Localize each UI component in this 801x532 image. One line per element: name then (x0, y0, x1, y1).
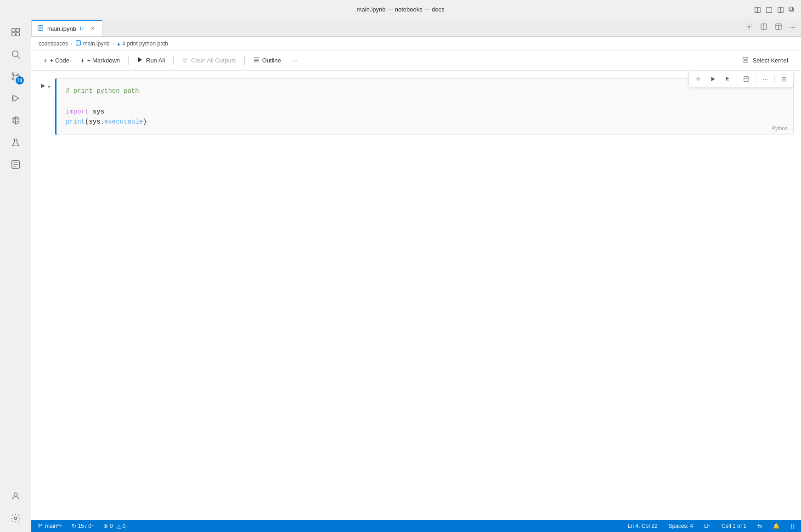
run-chevron-icon[interactable]: ▾ (48, 84, 51, 90)
sidebar-item-run-debug[interactable] (6, 88, 26, 108)
svg-line-5 (17, 56, 20, 58)
select-kernel-label: Select Kernel (753, 57, 788, 64)
outline-label: Outline (262, 57, 281, 64)
execute-above-button[interactable] (692, 73, 705, 85)
outline-icon (253, 57, 259, 64)
tab-close-button[interactable]: × (89, 25, 96, 32)
sidebar-item-notebook-explorer[interactable] (6, 154, 26, 175)
error-count: 0 (110, 523, 113, 529)
code-line-blank (66, 96, 784, 106)
status-remote[interactable]: ⇆ (755, 520, 765, 532)
branch-label: main*+ (45, 523, 62, 529)
add-markdown-icon: + (80, 57, 85, 64)
titlebar: main.ipynb — notebooks — docs ◫ ◫ ◫ ⧉ (0, 0, 801, 18)
breadcrumb-codespaces[interactable]: codespaces (39, 40, 68, 47)
run-all-button[interactable]: Run All (132, 54, 169, 67)
execute-cell-button[interactable] (706, 73, 719, 85)
clear-all-outputs-label: Clear All Outputs (191, 57, 236, 64)
breadcrumb-notebook-icon (75, 40, 81, 47)
clear-all-outputs-button[interactable]: Clear All Outputs (177, 54, 241, 67)
status-right: Ln 4, Col 22 Spaces: 4 LF Cell 1 of 1 ⇆ … (625, 520, 797, 532)
breadcrumb-sep-1: › (71, 41, 73, 46)
select-kernel-button[interactable]: Select Kernel (736, 54, 794, 67)
select-kernel-icon (742, 56, 749, 65)
layout-icon-3[interactable]: ◫ (777, 5, 784, 14)
status-encoding[interactable]: LF (701, 520, 713, 532)
status-sync[interactable]: ↻ 15↓ 0↑ (69, 520, 97, 532)
svg-point-7 (12, 78, 14, 80)
tab-bar-actions: ··· (744, 18, 797, 36)
code-fn-print: print (66, 118, 85, 125)
svg-point-19 (14, 493, 17, 496)
status-spaces[interactable]: Spaces: 4 (666, 520, 696, 532)
toggle-cell-output-button[interactable] (740, 73, 753, 85)
add-code-icon: + (43, 57, 47, 64)
breadcrumb-cell-label[interactable]: ⬧ # print python path (117, 40, 168, 47)
sidebar-item-source-control[interactable]: 73 (6, 66, 26, 86)
code-paren-open: (sys. (85, 118, 104, 125)
code-normal-sys: sys (89, 108, 104, 115)
execute-cell-below-button[interactable] (721, 73, 734, 85)
tab-bar: main.ipynb U × (31, 18, 801, 37)
run-cell-button[interactable]: ▾ (39, 82, 51, 92)
more-actions-icon[interactable]: ··· (788, 22, 797, 34)
breadcrumb-cell-text: # print python path (122, 40, 168, 47)
sidebar-item-account[interactable] (6, 486, 26, 506)
status-branch[interactable]: main*+ (35, 520, 65, 532)
editor-area: main.ipynb U × (31, 18, 801, 532)
svg-rect-51 (744, 77, 749, 82)
code-cell[interactable]: # print python path import sys print(sys… (55, 78, 794, 135)
status-bracket[interactable]: {} (788, 520, 797, 532)
sidebar-item-search[interactable] (6, 44, 26, 64)
cell-wrapper: ▾ # print python path import sys print( (39, 78, 794, 135)
bell-icon: 🔔 (773, 523, 780, 529)
svg-rect-2 (11, 33, 15, 36)
layout-icon-1[interactable]: ◫ (754, 5, 761, 14)
outline-button[interactable]: Outline (248, 54, 286, 67)
toolbar-separator-3 (244, 56, 245, 65)
layout-icon-4[interactable]: ⧉ (789, 5, 794, 13)
tab-modified-indicator: U (80, 26, 84, 31)
breadcrumb: codespaces › main.ipynb › ⬧ # print pyth… (31, 37, 801, 51)
delete-cell-button[interactable] (778, 73, 790, 85)
error-icon: ⊗ (103, 523, 108, 529)
notebook-toolbar: + + Code + + Markdown Run All (31, 51, 801, 71)
svg-point-6 (12, 73, 14, 75)
tab-main-ipynb[interactable]: main.ipynb U × (31, 20, 102, 36)
svg-marker-48 (711, 77, 715, 81)
svg-rect-3 (16, 33, 19, 36)
notebook-content: ··· (31, 71, 801, 520)
breadcrumb-sep-2: › (113, 41, 114, 46)
svg-point-55 (39, 526, 39, 527)
toolbar-separator-1 (128, 56, 129, 65)
cell-toolbar-sep-1 (737, 75, 737, 83)
status-notifications[interactable]: 🔔 (770, 520, 783, 532)
settings-icon[interactable] (744, 21, 755, 34)
more-cell-actions-button[interactable]: ··· (759, 73, 772, 85)
more-toolbar-icon: ··· (292, 57, 297, 64)
add-code-button[interactable]: + + Code (39, 54, 74, 67)
more-toolbar-button[interactable]: ··· (288, 55, 302, 66)
sidebar-item-extensions[interactable] (6, 110, 26, 130)
breadcrumb-cell-icon: ⬧ (117, 40, 120, 47)
cell-toolbar: ··· (688, 71, 794, 87)
code-line-1: # print python path (66, 86, 784, 96)
svg-marker-9 (14, 96, 18, 102)
sidebar-item-lab[interactable] (6, 132, 26, 153)
add-markdown-button[interactable]: + + Markdown (76, 54, 124, 67)
cell-info-label: Cell 1 of 1 (722, 523, 746, 529)
remote-icon: ⇆ (757, 523, 762, 529)
layout-icon[interactable] (773, 21, 784, 34)
sidebar-item-settings[interactable] (6, 508, 26, 528)
code-comment: # print python path (66, 87, 139, 95)
sidebar-item-explorer[interactable] (6, 22, 26, 42)
status-errors[interactable]: ⊗ 0 △ 0 (101, 520, 128, 532)
layout-icon-2[interactable]: ◫ (766, 5, 773, 14)
add-code-label: + Code (50, 57, 69, 64)
status-cell-info[interactable]: Cell 1 of 1 (719, 520, 749, 532)
split-editor-icon[interactable] (758, 21, 769, 34)
sync-icon: ↻ (72, 523, 76, 529)
breadcrumb-main-ipynb[interactable]: main.ipynb (75, 40, 110, 47)
encoding-label: LF (704, 523, 711, 529)
status-ln-col[interactable]: Ln 4, Col 22 (625, 520, 660, 532)
